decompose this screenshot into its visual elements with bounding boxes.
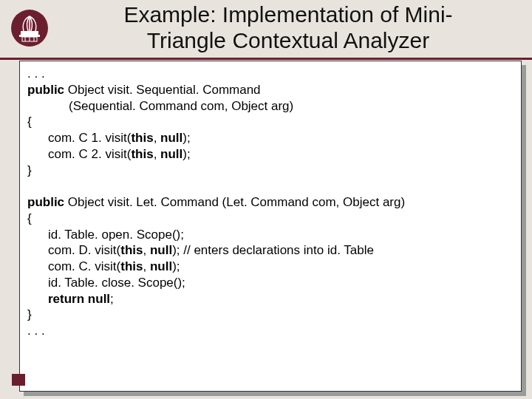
- code-line: com. C. visit(this, null);: [27, 259, 514, 275]
- code-line: . . .: [27, 66, 45, 81]
- slide: Example: Implementation of Mini- Triangl…: [0, 0, 532, 399]
- code-line: }: [27, 163, 32, 177]
- svg-rect-1: [21, 31, 38, 35]
- code-line: public Object visit. Sequential. Command: [27, 83, 261, 97]
- code-line: . . .: [27, 324, 45, 338]
- university-logo: [10, 9, 49, 47]
- code-line: id. Table. close. Scope();: [27, 275, 514, 291]
- code-line: (Sequential. Command com, Object arg): [27, 98, 514, 115]
- code-box: . . . public Object visit. Sequential. C…: [19, 61, 522, 392]
- code-line: }: [27, 307, 32, 321]
- footer-accent: [12, 374, 25, 386]
- code-line: com. C 1. visit(this, null);: [27, 130, 514, 146]
- title-line-2: Triangle Contextual Analyzer: [147, 28, 429, 52]
- code-line: {: [27, 115, 32, 129]
- code-line: {: [27, 211, 32, 225]
- title-bar: Example: Implementation of Mini- Triangl…: [0, 0, 532, 60]
- code-line: public Object visit. Let. Command (Let. …: [27, 195, 405, 209]
- code-line: com. C 2. visit(this, null);: [27, 146, 514, 163]
- code-container: . . . public Object visit. Sequential. C…: [19, 61, 522, 392]
- code-line: com. D. visit(this, null); // enters dec…: [27, 242, 514, 259]
- title-line-1: Example: Implementation of Mini-: [123, 2, 452, 27]
- slide-title: Example: Implementation of Mini- Triangl…: [59, 1, 517, 54]
- code-line: id. Table. open. Scope();: [27, 227, 514, 243]
- code-line: return null;: [27, 291, 514, 307]
